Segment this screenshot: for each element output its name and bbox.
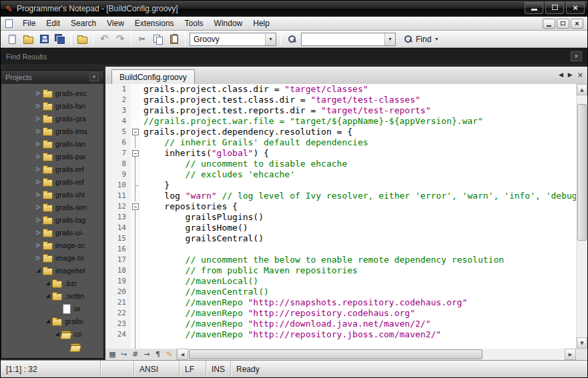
expand-arrow-icon[interactable]: ▷ <box>35 255 42 261</box>
copy-button[interactable] <box>150 32 166 47</box>
line-number[interactable]: 1 <box>105 84 131 95</box>
scroll-right-button[interactable]: ▶ <box>565 349 576 360</box>
menu-edit[interactable]: Edit <box>41 17 65 30</box>
close-tab-button[interactable]: × <box>577 71 583 79</box>
line-number[interactable]: 23 <box>105 319 131 329</box>
collapse-arrow-icon[interactable]: ◢ <box>53 331 61 337</box>
mdi-close-button[interactable]: × <box>571 19 583 29</box>
tree-item[interactable]: ▷grails-fan <box>1 99 103 112</box>
fold-toggle[interactable] <box>131 148 140 159</box>
vertical-scrollbar[interactable]: ▲ ▼ <box>576 84 587 349</box>
maximize-button[interactable] <box>545 2 564 14</box>
cut-button[interactable]: ✂ <box>134 32 150 47</box>
word-wrap-icon[interactable]: ↪ <box>118 349 129 360</box>
tree-item[interactable]: ▷grails-gra <box>1 112 103 125</box>
menu-search[interactable]: Search <box>65 17 101 30</box>
line-endings-icon[interactable]: ¶ <box>152 349 164 360</box>
line-number[interactable]: 20 <box>105 287 131 297</box>
expand-arrow-icon[interactable]: ▷ <box>35 166 42 172</box>
vertical-scroll-thumb[interactable] <box>577 104 587 241</box>
menu-file[interactable]: File <box>17 17 41 30</box>
undo-button[interactable]: ↶ <box>96 32 112 47</box>
tree-item[interactable]: ▷image-sc <box>1 239 103 251</box>
scroll-up-button[interactable]: ▲ <box>577 84 587 95</box>
horizontal-scroll-thumb[interactable] <box>189 349 483 359</box>
line-number[interactable]: 9 <box>105 169 131 180</box>
line-number[interactable]: 7 <box>105 148 131 159</box>
tree-item[interactable]: ▷grails-exc <box>1 87 103 99</box>
open-project-button[interactable] <box>74 32 90 47</box>
line-number[interactable]: 12 <box>105 201 131 212</box>
open-file-button[interactable] <box>20 32 36 47</box>
expand-arrow-icon[interactable]: ▷ <box>35 115 42 121</box>
chevron-down-icon[interactable]: ▾ <box>384 33 395 45</box>
tree-item[interactable]: ▷grails-ref <box>1 163 103 175</box>
tree-item[interactable]: ▷grails-lan <box>1 137 103 150</box>
menu-tools[interactable]: Tools <box>180 17 209 30</box>
scheme-select[interactable]: Groovy ▾ <box>190 33 276 46</box>
tree-item[interactable]: ▷grails-ref <box>1 175 103 188</box>
tree-item[interactable]: ▷grails-tag <box>1 213 103 226</box>
scheme-tools-icon[interactable]: ✎ <box>164 349 175 360</box>
line-number[interactable]: 6 <box>105 137 131 148</box>
tree-item[interactable]: ▷grails-sim <box>1 201 103 213</box>
redo-button[interactable]: ↷ <box>112 32 128 47</box>
tree-item[interactable]: ▷grails-par <box>1 150 103 163</box>
line-number[interactable]: 2 <box>105 95 131 105</box>
line-number[interactable]: 18 <box>105 265 131 276</box>
mdi-minimize-button[interactable] <box>543 19 555 29</box>
fold-toggle[interactable] <box>131 127 140 137</box>
line-number[interactable]: 8 <box>105 159 131 169</box>
find-button[interactable]: Find ▾ <box>399 32 443 47</box>
tree-item[interactable]: ◢.bzr <box>1 277 103 289</box>
tree-item[interactable]: ▷grails-ui- <box>1 226 103 239</box>
next-tab-button[interactable]: ▶ <box>568 71 573 79</box>
tree-item[interactable]: ▷grails-ima <box>1 125 103 137</box>
vertical-scroll-track[interactable] <box>577 95 587 337</box>
tree-item[interactable]: ◢imagehel <box>1 264 103 277</box>
line-number[interactable]: 10 <box>105 180 131 191</box>
line-number[interactable]: 4 <box>105 116 131 127</box>
expand-arrow-icon[interactable]: ▷ <box>35 191 42 197</box>
line-number[interactable]: 17 <box>105 255 131 265</box>
projects-close-button[interactable]: × <box>89 73 99 81</box>
line-number[interactable]: 16 <box>105 244 131 255</box>
expand-arrow-icon[interactable]: ▷ <box>35 217 42 223</box>
find-results-close-button[interactable]: × <box>571 51 582 61</box>
whitespace-icon[interactable]: → <box>141 349 152 360</box>
collapse-arrow-icon[interactable]: ◢ <box>44 318 51 324</box>
expand-arrow-icon[interactable]: ▷ <box>35 229 42 235</box>
line-number[interactable]: 24 <box>105 329 131 340</box>
expand-arrow-icon[interactable]: ▷ <box>35 153 42 159</box>
horizontal-scrollbar[interactable]: ◀ ▶ <box>177 349 576 360</box>
line-number[interactable]: 15 <box>105 233 131 244</box>
save-all-button[interactable] <box>52 32 68 47</box>
expand-arrow-icon[interactable]: ▷ <box>35 90 42 96</box>
bookmark-margin-icon[interactable]: ▦ <box>107 349 118 360</box>
line-number[interactable]: 14 <box>105 223 131 233</box>
line-number[interactable]: 5 <box>105 127 131 137</box>
prev-tab-button[interactable]: ◀ <box>559 71 563 79</box>
scroll-left-button[interactable]: ◀ <box>177 349 188 360</box>
expand-arrow-icon[interactable]: ▷ <box>35 204 42 210</box>
collapse-arrow-icon[interactable]: ◢ <box>35 267 42 273</box>
expand-arrow-icon[interactable]: ▷ <box>35 179 42 185</box>
tree-item[interactable] <box>1 340 103 353</box>
menu-extensions[interactable]: Extensions <box>129 17 180 30</box>
search-input[interactable] <box>302 34 384 45</box>
expand-arrow-icon[interactable]: ▷ <box>35 128 42 134</box>
tree-item[interactable]: ◢grails- <box>1 315 103 327</box>
expand-arrow-icon[interactable]: ▷ <box>35 242 42 248</box>
find-dropdown-caret-icon[interactable]: ▾ <box>435 36 438 42</box>
line-numbers-icon[interactable]: # <box>129 349 141 360</box>
new-file-button[interactable] <box>4 32 20 47</box>
mdi-restore-button[interactable] <box>557 19 569 29</box>
code-lines[interactable]: 1grails.project.class.dir = "target/clas… <box>105 84 576 349</box>
find-in-files-button[interactable] <box>284 32 300 47</box>
paste-button[interactable] <box>166 32 182 47</box>
menu-help[interactable]: Help <box>248 17 275 30</box>
chevron-down-icon[interactable]: ▾ <box>265 33 276 45</box>
menu-window[interactable]: Window <box>209 17 248 30</box>
line-number[interactable]: 11 <box>105 191 131 201</box>
tab-buildconfig[interactable]: BuildConfig.groovy <box>111 69 195 84</box>
